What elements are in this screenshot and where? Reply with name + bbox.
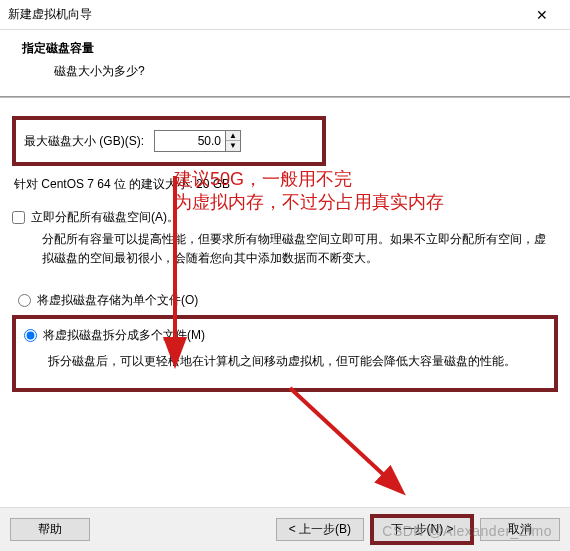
page-heading: 指定磁盘容量 (22, 40, 548, 57)
radio-split-label: 将虚拟磁盘拆分成多个文件(M) (43, 327, 205, 344)
radio-split-input[interactable] (24, 329, 37, 342)
recommended-size: 针对 CentOS 7 64 位 的建议大小: 20 GB (14, 176, 558, 193)
disk-size-row: 最大磁盘大小 (GB)(S): ▲ ▼ (12, 116, 326, 166)
page-subheading: 磁盘大小为多少? (22, 63, 548, 80)
next-button[interactable]: 下一步(N) > (370, 514, 474, 545)
help-button[interactable]: 帮助 (10, 518, 90, 541)
allocate-now-desc: 分配所有容量可以提高性能，但要求所有物理磁盘空间立即可用。如果不立即分配所有空间… (12, 226, 558, 278)
svg-line-1 (290, 388, 400, 490)
footer: 帮助 < 上一步(B) 下一步(N) > 取消 (0, 507, 570, 551)
radio-split-box: 将虚拟磁盘拆分成多个文件(M) 拆分磁盘后，可以更轻松地在计算机之间移动虚拟机，… (12, 315, 558, 391)
radio-split-desc: 拆分磁盘后，可以更轻松地在计算机之间移动虚拟机，但可能会降低大容量磁盘的性能。 (18, 350, 546, 381)
back-button[interactable]: < 上一步(B) (276, 518, 364, 541)
allocate-now-label: 立即分配所有磁盘空间(A)。 (31, 209, 179, 226)
spinner-up-icon[interactable]: ▲ (226, 131, 240, 141)
disk-size-input[interactable] (155, 132, 225, 150)
disk-size-spinner[interactable]: ▲ ▼ (154, 130, 241, 152)
allocate-now-checkbox[interactable]: 立即分配所有磁盘空间(A)。 (12, 209, 558, 226)
spinner-down-icon[interactable]: ▼ (226, 141, 240, 151)
close-icon[interactable]: ✕ (522, 0, 562, 30)
allocate-now-input[interactable] (12, 211, 25, 224)
disk-size-label: 最大磁盘大小 (GB)(S): (24, 133, 144, 150)
radio-split-files[interactable]: 将虚拟磁盘拆分成多个文件(M) (24, 327, 540, 344)
window-title: 新建虚拟机向导 (8, 6, 522, 23)
radio-single-file[interactable]: 将虚拟磁盘存储为单个文件(O) (18, 292, 552, 309)
radio-single-label: 将虚拟磁盘存储为单个文件(O) (37, 292, 198, 309)
radio-single-input[interactable] (18, 294, 31, 307)
cancel-button[interactable]: 取消 (480, 518, 560, 541)
